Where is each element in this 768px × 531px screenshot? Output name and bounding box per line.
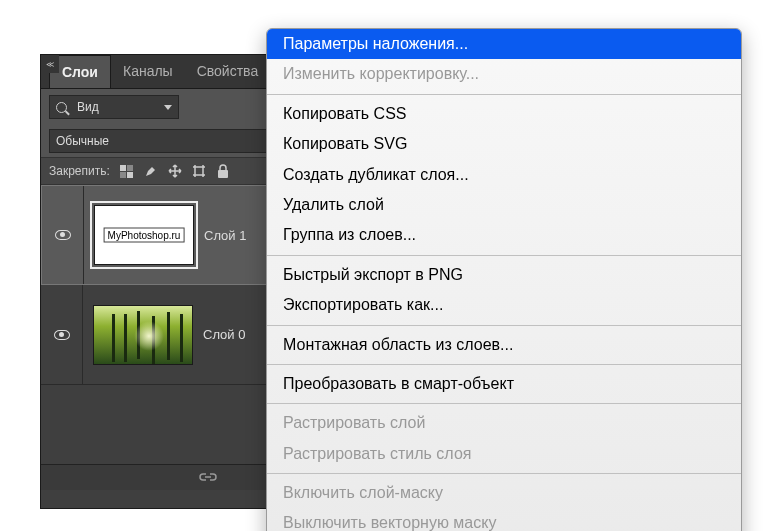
menu-separator [267, 473, 741, 474]
eye-icon [55, 230, 71, 240]
svg-rect-4 [195, 167, 203, 175]
layer-name[interactable]: Слой 0 [203, 327, 245, 342]
menu-item: Изменить корректировку... [267, 59, 741, 89]
link-icon[interactable] [198, 470, 218, 486]
thumb-text: MyPhotoshop.ru [104, 228, 185, 243]
blend-mode-value: Обычные [56, 134, 109, 148]
filter-type-dropdown[interactable]: Вид [49, 95, 179, 119]
layer-visibility-toggle[interactable] [41, 285, 83, 384]
menu-separator [267, 364, 741, 365]
menu-item[interactable]: Монтажная область из слоев... [267, 330, 741, 360]
menu-item: Растрировать слой [267, 408, 741, 438]
layer-visibility-toggle[interactable] [42, 186, 84, 284]
svg-rect-3 [127, 172, 133, 178]
menu-item: Выключить векторную маску [267, 508, 741, 531]
blend-mode-dropdown[interactable]: Обычные [49, 129, 269, 153]
tab-properties[interactable]: Свойства [185, 55, 270, 88]
menu-item[interactable]: Копировать SVG [267, 129, 741, 159]
menu-separator [267, 325, 741, 326]
svg-rect-0 [120, 165, 126, 171]
layer-thumbnail[interactable] [93, 305, 193, 365]
menu-separator [267, 94, 741, 95]
chevron-down-icon [164, 105, 172, 110]
menu-item[interactable]: Преобразовать в смарт-объект [267, 369, 741, 399]
menu-separator [267, 255, 741, 256]
layer-thumbnail[interactable]: MyPhotoshop.ru [94, 205, 194, 265]
lock-artboard-icon[interactable] [192, 164, 206, 178]
menu-item[interactable]: Группа из слоев... [267, 220, 741, 250]
lock-move-icon[interactable] [168, 164, 182, 178]
layer-name[interactable]: Слой 1 [204, 228, 246, 243]
eye-icon [54, 330, 70, 340]
menu-item[interactable]: Параметры наложения... [267, 29, 741, 59]
menu-separator [267, 403, 741, 404]
lock-label: Закрепить: [49, 164, 110, 178]
menu-item[interactable]: Копировать CSS [267, 99, 741, 129]
svg-rect-5 [218, 170, 228, 178]
filter-label: Вид [77, 100, 99, 114]
layer-context-menu: Параметры наложения...Изменить корректир… [266, 28, 742, 531]
lock-brush-icon[interactable] [144, 164, 158, 178]
menu-item[interactable]: Создать дубликат слоя... [267, 160, 741, 190]
menu-item[interactable]: Быстрый экспорт в PNG [267, 260, 741, 290]
search-icon [56, 102, 67, 113]
menu-item[interactable]: Удалить слой [267, 190, 741, 220]
tab-channels[interactable]: Каналы [111, 55, 185, 88]
svg-rect-2 [120, 172, 126, 178]
menu-item: Включить слой-маску [267, 478, 741, 508]
lock-all-icon[interactable] [216, 164, 230, 178]
menu-item[interactable]: Экспортировать как... [267, 290, 741, 320]
menu-item: Растрировать стиль слоя [267, 439, 741, 469]
lock-pixels-icon[interactable] [120, 164, 134, 178]
collapse-icon[interactable]: ≪ [41, 55, 59, 73]
svg-rect-1 [127, 165, 133, 171]
